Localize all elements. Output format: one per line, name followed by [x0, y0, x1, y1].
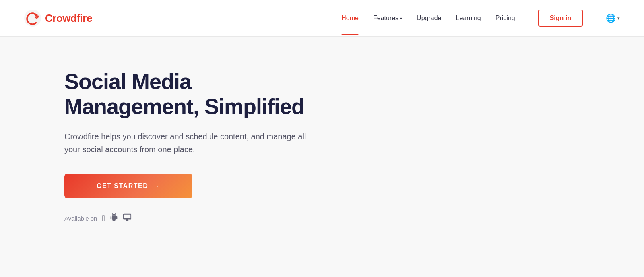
android-icon [110, 213, 118, 223]
apple-icon:  [102, 214, 105, 223]
nav-pricing[interactable]: Pricing [495, 14, 515, 22]
features-chevron-icon: ▾ [400, 16, 402, 21]
nav-upgrade[interactable]: Upgrade [417, 14, 441, 22]
globe-icon: 🌐 [606, 13, 616, 23]
hero-title: Social Media Management, Simplified [64, 69, 322, 119]
signin-button[interactable]: Sign in [538, 10, 583, 27]
desktop-icon [123, 213, 132, 224]
get-started-button[interactable]: GET STARTED → [64, 174, 192, 198]
hero-section: Social Media Management, Simplified Crow… [0, 37, 322, 248]
available-on-section: Available on  [64, 213, 322, 224]
hero-subtitle: Crowdfire helps you discover and schedul… [64, 130, 322, 156]
nav-learning[interactable]: Learning [456, 14, 481, 22]
logo[interactable]: Crowdfire [24, 10, 92, 27]
language-chevron-icon: ▾ [617, 16, 620, 21]
language-selector[interactable]: 🌐 ▾ [606, 13, 620, 23]
nav-features[interactable]: Features ▾ [373, 14, 402, 22]
logo-icon [24, 10, 41, 27]
nav-home[interactable]: Home [341, 14, 359, 22]
available-on-label: Available on [64, 215, 97, 222]
header: Crowdfire Home Features ▾ Upgrade Learni… [0, 0, 644, 37]
brand-name: Crowdfire [45, 12, 92, 25]
main-nav: Home Features ▾ Upgrade Learning Pricing… [341, 10, 620, 27]
